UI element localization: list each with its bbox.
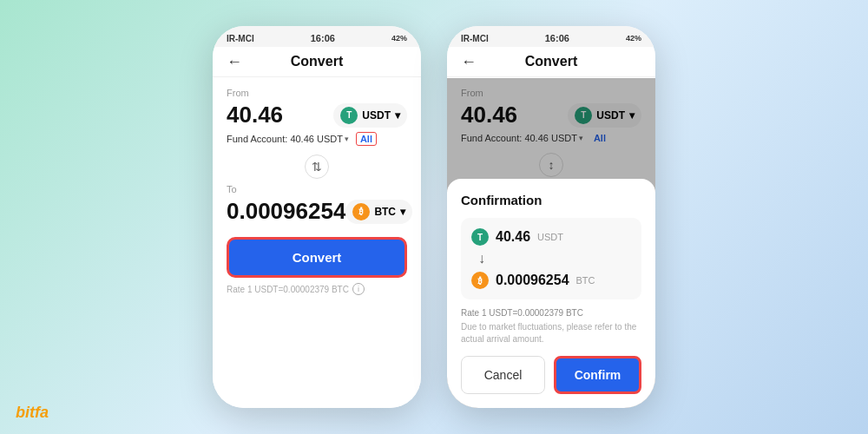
back-button-right[interactable]: ←	[461, 53, 477, 71]
usdt-icon-left: T	[340, 107, 358, 124]
modal-btc-icon: ₿	[471, 272, 489, 289]
fund-row-left: Fund Account: 40.46 USDT ▾ All	[227, 132, 407, 146]
status-bar-left: IR-MCI 16:06 42%	[213, 26, 421, 47]
modal-arrow: ↓	[478, 251, 485, 266]
status-icons-right: 42%	[626, 34, 641, 43]
confirmation-modal: Confirmation T 40.46 USDT ↓ ₿ 0.00096254	[447, 179, 655, 408]
to-currency-chevron-left: ▾	[400, 206, 405, 218]
modal-amounts-box: T 40.46 USDT ↓ ₿ 0.00096254 BTC	[461, 218, 641, 299]
modal-title: Confirmation	[461, 193, 641, 207]
modal-buttons: Cancel Confirm	[461, 356, 641, 394]
modal-rate: Rate 1 USDT=0.00002379 BTC	[461, 308, 641, 318]
status-bar-right: IR-MCI 16:06 42%	[447, 26, 655, 47]
page-title-left: Convert	[291, 54, 343, 69]
content-right: From 40.46 T USDT ▾ Fund Account: 40.46 …	[447, 77, 655, 408]
battery-right: 42%	[626, 34, 641, 43]
swap-icon-left[interactable]: ⇅	[305, 155, 329, 179]
time-right: 16:06	[545, 33, 569, 43]
fund-account-text-left: Fund Account: 40.46 USDT	[227, 134, 343, 144]
btc-icon-left: ₿	[352, 203, 370, 220]
nav-bar-right: ← Convert	[447, 47, 655, 77]
phone-right: IR-MCI 16:06 42% ← Convert From 40.46 T …	[447, 26, 655, 408]
modal-to-currency: BTC	[576, 275, 595, 286]
from-label-left: From	[227, 88, 407, 98]
carrier-left: IR-MCI	[227, 34, 254, 43]
rate-left: Rate 1 USDT=0.00002379 BTC i	[227, 283, 407, 295]
to-currency-selector-left[interactable]: ₿ BTC ▾	[345, 200, 412, 224]
from-currency-label-left: USDT	[362, 109, 391, 122]
from-currency-selector-left[interactable]: T USDT ▾	[333, 103, 407, 128]
cancel-button[interactable]: Cancel	[461, 356, 545, 394]
to-label-left: To	[227, 184, 407, 194]
to-amount-row-left: 0.00096254 ₿ BTC ▾	[227, 198, 407, 225]
info-icon-left[interactable]: i	[352, 283, 365, 295]
from-currency-chevron-left: ▾	[395, 109, 400, 122]
fund-chevron-left: ▾	[345, 135, 349, 143]
modal-note: Due to market fluctuations, please refer…	[461, 321, 641, 345]
convert-button-left[interactable]: Convert	[227, 237, 407, 278]
from-amount-row-left: 40.46 T USDT ▾	[227, 102, 407, 128]
phone-left: IR-MCI 16:06 42% ← Convert From 40.46 T …	[213, 26, 421, 408]
content-left: From 40.46 T USDT ▾ Fund Account: 40.46 …	[213, 77, 421, 408]
all-badge-left[interactable]: All	[356, 132, 377, 146]
carrier-right: IR-MCI	[461, 34, 489, 43]
phones-container: IR-MCI 16:06 42% ← Convert From 40.46 T …	[213, 26, 655, 408]
page-title-right: Convert	[525, 54, 577, 69]
time-left: 16:06	[311, 33, 335, 43]
modal-to-row: ₿ 0.00096254 BTC	[471, 272, 631, 289]
rate-text-left: Rate 1 USDT=0.00002379 BTC	[227, 285, 349, 294]
modal-from-amount: 40.46	[496, 229, 530, 245]
modal-overlay: Confirmation T 40.46 USDT ↓ ₿ 0.00096254	[447, 78, 655, 408]
bitfa-logo: bitfa	[16, 404, 49, 422]
confirm-button[interactable]: Confirm	[554, 356, 641, 394]
modal-to-amount: 0.00096254	[496, 273, 569, 288]
modal-from-row: T 40.46 USDT	[471, 228, 631, 246]
modal-usdt-icon: T	[471, 228, 489, 246]
to-currency-label-left: BTC	[374, 206, 396, 218]
status-icons-left: 42%	[391, 34, 407, 43]
from-amount-left[interactable]: 40.46	[227, 102, 283, 128]
back-button-left[interactable]: ←	[227, 53, 242, 71]
modal-from-currency: USDT	[537, 232, 563, 242]
battery-left: 42%	[391, 34, 407, 43]
nav-bar-left: ← Convert	[213, 47, 421, 77]
fund-account-left[interactable]: Fund Account: 40.46 USDT ▾	[227, 134, 349, 144]
to-amount-left[interactable]: 0.00096254	[227, 198, 345, 225]
swap-row-left: ⇅	[227, 155, 407, 179]
